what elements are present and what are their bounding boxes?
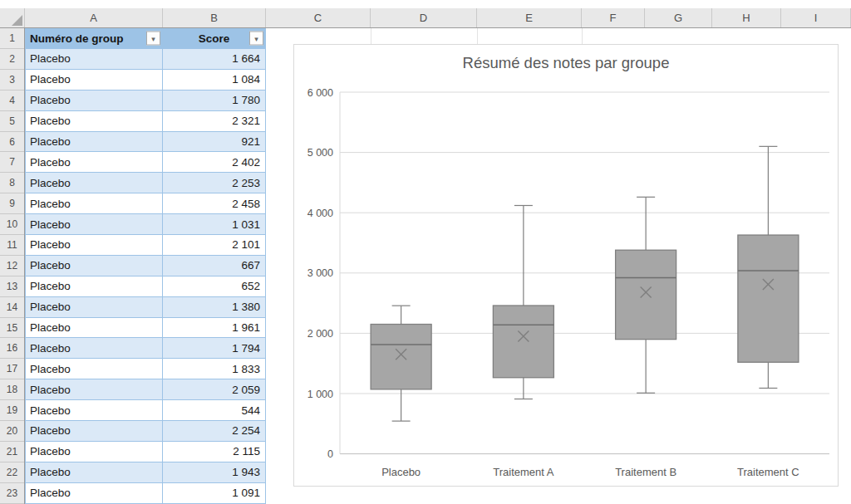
table-row-5: Placebo2 321: [25, 111, 266, 132]
row-header-20[interactable]: 20: [0, 421, 24, 442]
cell-score[interactable]: 1 380: [163, 297, 266, 318]
cell-group[interactable]: Placebo: [25, 152, 163, 173]
cell-score[interactable]: 1 961: [163, 318, 266, 339]
chart-object[interactable]: Résumé des notes par groupe 6 0005 0004 …: [293, 44, 839, 487]
boxplot-traitement-c[interactable]: [738, 146, 799, 388]
cell-score[interactable]: 921: [163, 132, 266, 153]
filter-button[interactable]: ▾: [146, 32, 160, 46]
column-header-d[interactable]: D: [371, 8, 477, 27]
cell-score[interactable]: 2 321: [163, 111, 266, 132]
cell-score[interactable]: 1 943: [163, 462, 266, 483]
cell-score[interactable]: 2 059: [163, 379, 266, 400]
table-row-19: Placebo544: [25, 400, 266, 421]
row-header-column: 1234567891011121314151617181920212223: [0, 28, 25, 504]
boxplot-traitement-a[interactable]: [493, 205, 553, 399]
cell-group[interactable]: Placebo: [25, 442, 163, 462]
row-header-16[interactable]: 16: [0, 338, 24, 359]
y-tick-label: 1 000: [307, 389, 333, 400]
cell-group[interactable]: Placebo: [25, 483, 163, 504]
table-header-group[interactable]: Numéro de group▾: [25, 28, 163, 49]
cell-group[interactable]: Placebo: [25, 214, 163, 235]
column-header-e[interactable]: E: [477, 8, 582, 27]
row-header-23[interactable]: 23: [0, 483, 24, 504]
cell-group[interactable]: Placebo: [25, 173, 163, 193]
cell-score[interactable]: 1 091: [163, 483, 266, 504]
cell-score[interactable]: 1 794: [163, 338, 266, 359]
row-header-4[interactable]: 4: [0, 91, 24, 111]
cell-group[interactable]: Placebo: [25, 132, 163, 153]
row-header-14[interactable]: 14: [0, 297, 24, 318]
cell-group[interactable]: Placebo: [25, 379, 163, 400]
row-header-5[interactable]: 5: [0, 111, 24, 132]
row-header-13[interactable]: 13: [0, 276, 24, 297]
row-header-11[interactable]: 11: [0, 235, 24, 256]
row-header-18[interactable]: 18: [0, 379, 24, 400]
cell-group[interactable]: Placebo: [25, 318, 163, 339]
cell-group[interactable]: Placebo: [25, 70, 163, 91]
table-row-14: Placebo1 380: [25, 297, 266, 318]
column-header-b[interactable]: B: [163, 8, 266, 27]
cell-group[interactable]: Placebo: [25, 193, 163, 214]
cell-score[interactable]: 1 664: [163, 49, 266, 70]
cell-group[interactable]: Placebo: [25, 359, 163, 379]
cell-group[interactable]: Placebo: [25, 111, 163, 132]
x-category-label: Traitement A: [493, 466, 554, 478]
boxplot-traitement-b[interactable]: [616, 197, 676, 393]
row-header-2[interactable]: 2: [0, 49, 24, 70]
column-header-c[interactable]: C: [266, 8, 371, 27]
cell-group[interactable]: Placebo: [25, 235, 163, 256]
sheet-gridline: [582, 28, 583, 44]
cell-group[interactable]: Placebo: [25, 49, 163, 70]
cell-score[interactable]: 544: [163, 400, 266, 421]
row-header-17[interactable]: 17: [0, 359, 24, 379]
cell-group[interactable]: Placebo: [25, 256, 163, 276]
cell-score[interactable]: 2 101: [163, 235, 266, 256]
column-header-h[interactable]: H: [712, 8, 781, 27]
cell-group[interactable]: Placebo: [25, 91, 163, 111]
column-header-i[interactable]: I: [781, 8, 851, 27]
cell-group[interactable]: Placebo: [25, 297, 163, 318]
cell-score[interactable]: 1 780: [163, 91, 266, 111]
cell-score[interactable]: 652: [163, 276, 266, 297]
row-header-12[interactable]: 12: [0, 256, 24, 276]
row-header-7[interactable]: 7: [0, 152, 24, 173]
filter-dropdown-icon: ▾: [151, 34, 155, 42]
table-row-20: Placebo2 254: [25, 421, 266, 442]
cell-group[interactable]: Placebo: [25, 462, 163, 483]
boxplot-placebo[interactable]: [371, 306, 431, 421]
column-header-a[interactable]: A: [25, 8, 163, 27]
row-header-21[interactable]: 21: [0, 442, 24, 462]
table-row-2: Placebo1 664: [25, 49, 266, 70]
row-header-9[interactable]: 9: [0, 193, 24, 214]
cell-score[interactable]: 2 254: [163, 421, 266, 442]
row-header-10[interactable]: 10: [0, 214, 24, 235]
row-header-1[interactable]: 1: [0, 28, 24, 49]
select-all-corner[interactable]: [0, 8, 25, 27]
row-header-3[interactable]: 3: [0, 70, 24, 91]
excel-grid: ABCDEFGHI 123456789101112131415161718192…: [0, 0, 851, 504]
row-header-19[interactable]: 19: [0, 400, 24, 421]
table-row-3: Placebo1 084: [25, 70, 266, 91]
table-header-score[interactable]: Score▾: [163, 28, 266, 49]
cell-group[interactable]: Placebo: [25, 276, 163, 297]
cell-score[interactable]: 1 833: [163, 359, 266, 379]
row-header-6[interactable]: 6: [0, 132, 24, 153]
cell-score[interactable]: 1 031: [163, 214, 266, 235]
cell-group[interactable]: Placebo: [25, 400, 163, 421]
cell-score[interactable]: 2 115: [163, 442, 266, 462]
row-header-8[interactable]: 8: [0, 173, 24, 193]
cell-score[interactable]: 2 458: [163, 193, 266, 214]
cell-score[interactable]: 2 402: [163, 152, 266, 173]
cell-group[interactable]: Placebo: [25, 421, 163, 442]
cell-score[interactable]: 667: [163, 256, 266, 276]
table-header-label: Numéro de group: [30, 32, 124, 45]
column-header-g[interactable]: G: [645, 8, 712, 27]
row-header-22[interactable]: 22: [0, 462, 24, 483]
column-header-f[interactable]: F: [582, 8, 645, 27]
row-header-15[interactable]: 15: [0, 318, 24, 339]
cell-score[interactable]: 2 253: [163, 173, 266, 193]
cell-group[interactable]: Placebo: [25, 338, 163, 359]
cell-score[interactable]: 1 084: [163, 70, 266, 91]
iqr-box: [616, 250, 676, 339]
filter-button[interactable]: ▾: [249, 32, 263, 46]
